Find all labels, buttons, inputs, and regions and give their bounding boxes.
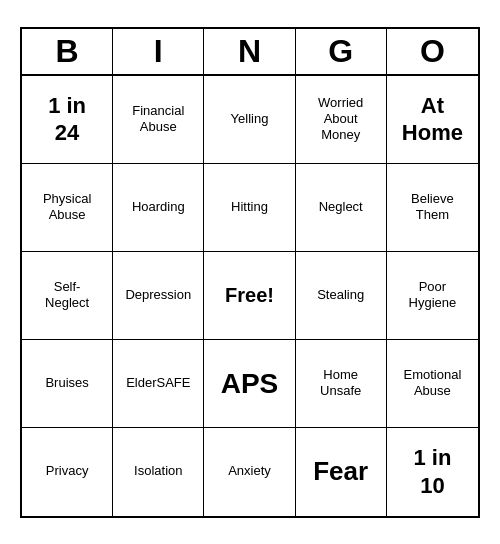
cell-r2-c3: Stealing [296, 252, 387, 340]
cell-r0-c2: Yelling [204, 76, 295, 164]
cell-r1-c1: Hoarding [113, 164, 204, 252]
header-letter: N [204, 29, 295, 74]
cell-r4-c2: Anxiety [204, 428, 295, 516]
header-letter: I [113, 29, 204, 74]
cell-r4-c1: Isolation [113, 428, 204, 516]
cell-r1-c0: PhysicalAbuse [22, 164, 113, 252]
cell-r1-c4: BelieveThem [387, 164, 478, 252]
cell-r3-c3: HomeUnsafe [296, 340, 387, 428]
cell-r2-c2: Free! [204, 252, 295, 340]
cell-r0-c0: 1 in24 [22, 76, 113, 164]
cell-r4-c3: Fear [296, 428, 387, 516]
cell-r0-c1: FinancialAbuse [113, 76, 204, 164]
bingo-grid: 1 in24FinancialAbuseYellingWorriedAboutM… [22, 76, 478, 516]
cell-r0-c3: WorriedAboutMoney [296, 76, 387, 164]
bingo-header: BINGO [22, 29, 478, 76]
cell-r3-c2: APS [204, 340, 295, 428]
cell-r0-c4: AtHome [387, 76, 478, 164]
header-letter: O [387, 29, 478, 74]
cell-r1-c3: Neglect [296, 164, 387, 252]
cell-r2-c0: Self-Neglect [22, 252, 113, 340]
cell-r2-c4: PoorHygiene [387, 252, 478, 340]
cell-r4-c4: 1 in10 [387, 428, 478, 516]
cell-r3-c0: Bruises [22, 340, 113, 428]
cell-r4-c0: Privacy [22, 428, 113, 516]
header-letter: G [296, 29, 387, 74]
bingo-card: BINGO 1 in24FinancialAbuseYellingWorried… [20, 27, 480, 518]
cell-r2-c1: Depression [113, 252, 204, 340]
cell-r3-c4: EmotionalAbuse [387, 340, 478, 428]
header-letter: B [22, 29, 113, 74]
cell-r3-c1: ElderSAFE [113, 340, 204, 428]
cell-r1-c2: Hitting [204, 164, 295, 252]
